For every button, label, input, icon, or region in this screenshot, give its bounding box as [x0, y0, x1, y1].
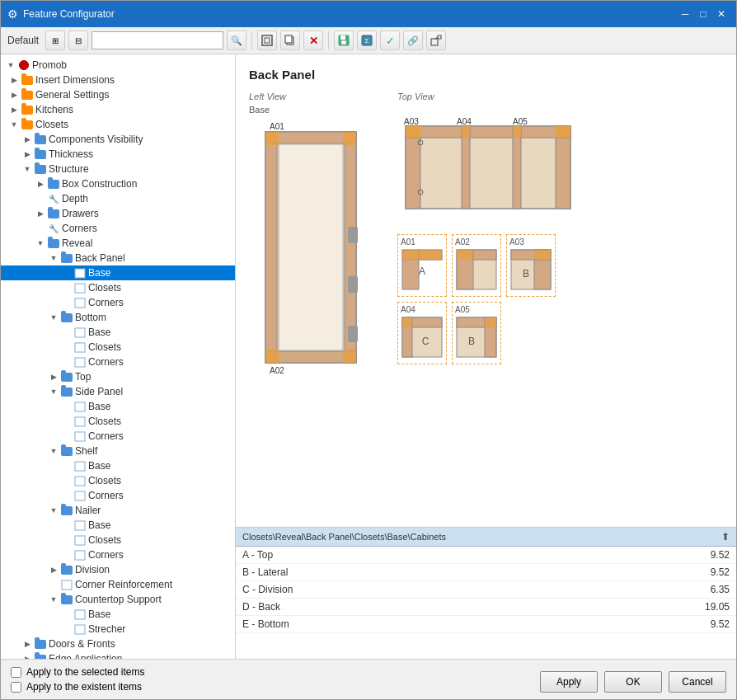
- tree-item-components-visibility[interactable]: ▶ Components Visibility: [1, 132, 235, 147]
- tree-item-sp-base[interactable]: ▶ Base: [1, 399, 235, 414]
- expand-doors-fronts[interactable]: ▶: [21, 637, 34, 651]
- grid1-button[interactable]: ⊞: [45, 31, 65, 50]
- tree-item-division[interactable]: ▶ Division: [1, 562, 235, 577]
- copy-button[interactable]: [280, 31, 300, 50]
- tree-item-thickness[interactable]: ▶ Thickness: [1, 147, 235, 162]
- tree-item-na-base[interactable]: ▶ Base: [1, 518, 235, 533]
- bottom-label: Bottom: [75, 312, 106, 323]
- expand-general-settings[interactable]: ▶: [7, 88, 21, 101]
- rect-button[interactable]: [257, 31, 277, 50]
- delete-button[interactable]: ✕: [303, 31, 323, 50]
- tree-item-kitchens[interactable]: ▶ Kitchens: [1, 102, 235, 117]
- tree-item-top[interactable]: ▶ Top: [1, 369, 235, 384]
- tree-item-insert-dimensions[interactable]: ▶ Insert Dimensions: [1, 73, 235, 87]
- tree-item-sh-base[interactable]: ▶ Base: [1, 458, 235, 473]
- tree-item-shelf[interactable]: ▼ Shelf: [1, 444, 235, 458]
- tree-item-countertop-support[interactable]: ▼ Countertop Support: [1, 592, 235, 607]
- apply-button[interactable]: Apply: [540, 671, 598, 693]
- expand-division[interactable]: ▶: [47, 563, 60, 576]
- expand-comp-vis[interactable]: ▶: [21, 133, 34, 146]
- tree-panel: ▼ Promob ▶ Insert Dimensions ▶ General S…: [1, 54, 236, 659]
- expand-closets[interactable]: ▼: [7, 118, 21, 131]
- tree-item-structure[interactable]: ▼ Structure: [1, 162, 235, 176]
- calc-button[interactable]: Σ: [357, 31, 377, 50]
- expand-promob[interactable]: ▼: [4, 59, 17, 72]
- svg-rect-19: [75, 462, 85, 471]
- save-button[interactable]: [334, 31, 354, 50]
- check-button[interactable]: ✓: [380, 31, 400, 50]
- svg-rect-15: [75, 358, 85, 367]
- tree-item-doors-fronts[interactable]: ▶ Doors & Fronts: [1, 637, 235, 651]
- svg-rect-74: [402, 317, 412, 327]
- expand-top[interactable]: ▶: [47, 370, 60, 383]
- ok-button[interactable]: OK: [604, 671, 662, 693]
- expand-reveal[interactable]: ▼: [34, 237, 47, 250]
- tree-item-na-closets[interactable]: ▶ Closets: [1, 533, 235, 547]
- tree-item-sh-corners[interactable]: ▶ Corners: [1, 488, 235, 503]
- grid2-button[interactable]: ⊟: [68, 31, 88, 50]
- expand-box-construction[interactable]: ▶: [34, 177, 47, 190]
- sh-closets-icon: [73, 474, 87, 487]
- tree-item-sp-closets[interactable]: ▶ Closets: [1, 414, 235, 429]
- na-corners-label: Corners: [88, 549, 124, 561]
- tree-item-general-settings[interactable]: ▶ General Settings: [1, 87, 235, 102]
- tree-item-promob[interactable]: ▼ Promob: [1, 58, 235, 73]
- search-button[interactable]: 🔍: [227, 31, 246, 50]
- link-button[interactable]: 🔗: [403, 31, 423, 50]
- tree-item-bottom[interactable]: ▼ Bottom: [1, 310, 235, 325]
- expand-insert-dimensions[interactable]: ▶: [7, 73, 21, 87]
- tree-item-bp-base[interactable]: ▶ Base: [1, 265, 235, 280]
- countertop-support-icon: [60, 593, 73, 606]
- expand-countertop-support[interactable]: ▼: [47, 593, 60, 606]
- expand-structure[interactable]: ▼: [21, 162, 34, 176]
- general-settings-icon: [21, 88, 34, 101]
- expand-edge-application[interactable]: ▶: [21, 652, 34, 659]
- checkbox-selected[interactable]: [11, 667, 21, 678]
- expand-bottom[interactable]: ▼: [47, 311, 60, 324]
- tree-item-drawers[interactable]: ▶ Drawers: [1, 206, 235, 221]
- expand-shelf[interactable]: ▼: [47, 444, 60, 458]
- tree-item-closets[interactable]: ▼ Closets: [1, 117, 235, 132]
- promob-label: Promob: [32, 59, 67, 71]
- minimize-button[interactable]: ─: [677, 6, 693, 22]
- export-button[interactable]: [426, 31, 446, 50]
- maximize-button[interactable]: □: [695, 6, 711, 22]
- search-input[interactable]: [92, 31, 223, 49]
- tree-item-cs-strecher[interactable]: ▶ Strecher: [1, 622, 235, 637]
- expand-thickness[interactable]: ▶: [21, 148, 34, 161]
- tree-item-sp-corners[interactable]: ▶ Corners: [1, 429, 235, 444]
- tree-item-side-panel[interactable]: ▼ Side Panel: [1, 384, 235, 399]
- svg-rect-1: [265, 38, 270, 43]
- checkbox-existent[interactable]: [11, 682, 21, 693]
- expand-drawers[interactable]: ▶: [34, 207, 47, 220]
- properties-collapse-btn[interactable]: ⬆: [721, 531, 730, 543]
- tree-item-back-panel[interactable]: ▼ Back Panel: [1, 251, 235, 265]
- tree-item-sh-closets[interactable]: ▶ Closets: [1, 473, 235, 488]
- sp-base-icon: [73, 400, 87, 413]
- back-panel-label: Back Panel: [75, 252, 125, 264]
- tree-item-bp-closets[interactable]: ▶ Closets: [1, 280, 235, 295]
- tree-item-bp-corners[interactable]: ▶ Corners: [1, 295, 235, 310]
- tree-item-bot-closets[interactable]: ▶ Closets: [1, 340, 235, 355]
- tree-item-na-corners[interactable]: ▶ Corners: [1, 547, 235, 562]
- tree-item-box-construction[interactable]: ▶ Box Construction: [1, 176, 235, 191]
- tree-item-edge-application[interactable]: ▶ Edge Application: [1, 651, 235, 659]
- tree-item-bot-base[interactable]: ▶ Base: [1, 325, 235, 340]
- cancel-button[interactable]: Cancel: [669, 671, 726, 693]
- svg-rect-5: [340, 35, 345, 40]
- tree-item-corner-reinforcement[interactable]: ▶ Corner Reinforcement: [1, 577, 235, 592]
- svg-rect-9: [431, 39, 438, 45]
- tree-item-nailer[interactable]: ▼ Nailer: [1, 503, 235, 518]
- expand-nailer[interactable]: ▼: [47, 504, 60, 517]
- tree-item-depth[interactable]: ▶ 🔧 Depth: [1, 191, 235, 206]
- tree-item-bot-corners[interactable]: ▶ Corners: [1, 355, 235, 369]
- close-button[interactable]: ✕: [713, 6, 730, 22]
- expand-side-panel[interactable]: ▼: [47, 385, 60, 398]
- tree-item-corners1[interactable]: ▶ 🔧 Corners: [1, 221, 235, 236]
- thickness-label: Thickness: [49, 148, 93, 160]
- expand-back-panel[interactable]: ▼: [47, 251, 60, 265]
- depth-icon: 🔧: [47, 192, 60, 205]
- expand-kitchens[interactable]: ▶: [7, 103, 21, 116]
- tree-item-reveal[interactable]: ▼ Reveal: [1, 236, 235, 251]
- tree-item-cs-base[interactable]: ▶ Base: [1, 607, 235, 622]
